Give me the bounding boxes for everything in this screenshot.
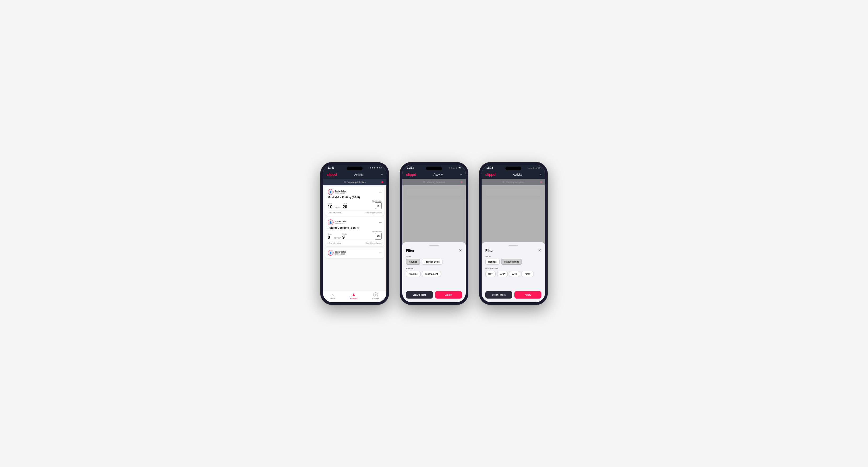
battery-icon-3: 93 xyxy=(538,166,540,169)
score-value-2: 0 xyxy=(328,235,332,240)
content-with-filter-3: ⚙ Viewing Activities xyxy=(482,179,545,302)
clear-filters-btn-2[interactable]: Clear Filters xyxy=(406,291,433,299)
signal-icon-2: ▲▲▲ xyxy=(448,166,455,169)
activity-card-2[interactable]: 👤 Josh Coles 28 Feb 2023 ••• Putting Com… xyxy=(325,217,384,246)
shots-value-1: 20 xyxy=(342,205,347,209)
wifi-icon-2: ▲ xyxy=(456,166,458,169)
show-label-3: Show xyxy=(485,255,541,257)
menu-icon-1[interactable]: ≡ xyxy=(381,173,383,176)
app-header-2: clippd Activity ≡ xyxy=(402,170,466,179)
sheet-footer-2: Clear Filters Apply xyxy=(406,291,462,299)
phone-3: 11:33 ▲▲▲ ▲ 93 clippd Activity ≡ xyxy=(479,162,548,305)
status-icons-2: ▲▲▲ ▲ 93 xyxy=(448,166,461,169)
nav-activities-1[interactable]: ♟ Activities xyxy=(350,293,358,299)
sheet-footer-3: Clear Filters Apply xyxy=(485,291,541,299)
out-of-1: OUT OF xyxy=(334,207,341,209)
content-area-1: 👤 Josh Coles 28 Feb 2023 ••• Must Make P… xyxy=(323,185,386,291)
avatar-1: 👤 xyxy=(328,189,334,195)
sq-badge-2: 45 xyxy=(375,233,382,240)
notification-dot-1 xyxy=(381,181,383,183)
home-icon-1: ⌂ xyxy=(332,293,334,297)
header-title-1: Activity xyxy=(354,173,363,176)
battery-icon: 93 xyxy=(379,166,382,169)
footer-info-2: ℹ Test Information xyxy=(328,242,341,244)
show-buttons-3: Rounds Practice Drills xyxy=(485,259,541,265)
nav-capture-1[interactable]: + Capture xyxy=(372,292,379,300)
drills-label-3: Practice Drills xyxy=(485,267,541,270)
user-date-3: 28 Feb 2023 xyxy=(335,253,346,255)
rounds-label-2: Rounds xyxy=(406,267,462,270)
app-header-3: clippd Activity ≡ xyxy=(482,170,545,179)
drills-type-buttons-3: OTT APP ARG PUTT xyxy=(485,271,541,277)
activity-card-3[interactable]: 👤 Josh Coles 28 Feb 2023 ••• xyxy=(325,248,384,258)
logo-3: clippd xyxy=(485,173,495,177)
app-header-1: clippd Activity ≡ xyxy=(323,170,386,179)
activities-label-1: Activities xyxy=(350,298,358,299)
more-dots-3[interactable]: ••• xyxy=(379,251,382,254)
apply-btn-3[interactable]: Apply xyxy=(515,291,541,299)
rounds-btn-2[interactable]: Rounds xyxy=(406,259,420,265)
status-icons-1: ▲▲▲ ▲ 93 xyxy=(369,166,382,169)
shots-value-2: 9 xyxy=(342,235,347,240)
filter-title-3: Filter xyxy=(485,249,494,253)
app-btn-3[interactable]: APP xyxy=(497,271,507,277)
sheet-header-2: Filter ✕ xyxy=(406,248,462,253)
avatar-2: 👤 xyxy=(328,219,334,225)
putt-btn-3[interactable]: PUTT xyxy=(522,271,533,277)
ott-btn-3[interactable]: OTT xyxy=(485,271,496,277)
close-button-2[interactable]: ✕ xyxy=(459,248,462,253)
card-title-1: Must Make Putting (3-6 ft) xyxy=(328,196,382,199)
clear-filters-btn-3[interactable]: Clear Filters xyxy=(485,291,512,299)
user-date-1: 28 Feb 2023 xyxy=(335,192,346,194)
show-buttons-2: Rounds Practice Drills xyxy=(406,259,462,265)
rounds-btn-3[interactable]: Rounds xyxy=(485,259,500,265)
footer-info-1: ℹ Test Information xyxy=(328,212,341,214)
user-name-1: Josh Coles xyxy=(335,190,346,192)
status-icons-3: ▲▲▲ ▲ 93 xyxy=(528,166,540,169)
more-dots-1[interactable]: ••• xyxy=(379,191,382,193)
capture-label-1: Capture xyxy=(372,298,379,300)
sheet-handle-2 xyxy=(429,245,439,246)
user-date-2: 28 Feb 2023 xyxy=(335,223,346,224)
card-footer-2: ℹ Test Information Data: Clippd Capture xyxy=(328,241,382,244)
filter-icon-1: ⚙ xyxy=(344,181,346,184)
screenshot-container: 11:33 ▲▲▲ ▲ 93 clippd Activity ≡ ⚙ xyxy=(304,146,564,321)
practice-drills-btn-3[interactable]: Practice Drills xyxy=(501,259,522,265)
menu-icon-3[interactable]: ≡ xyxy=(539,173,541,176)
sheet-header-3: Filter ✕ xyxy=(485,248,541,253)
signal-icon-3: ▲▲▲ xyxy=(528,166,534,169)
viewing-bar-1[interactable]: ⚙ Viewing Activities xyxy=(323,179,386,185)
nav-home-1[interactable]: ⌂ Home xyxy=(330,293,335,299)
more-dots-2[interactable]: ••• xyxy=(379,221,382,224)
card-footer-1: ℹ Test Information Data: Clippd Capture xyxy=(328,210,382,214)
score-label-2: Score xyxy=(328,233,332,235)
battery-icon-2: 93 xyxy=(459,166,461,169)
user-info-1: 👤 Josh Coles 28 Feb 2023 xyxy=(328,189,346,195)
status-time-3: 11:33 xyxy=(486,166,493,169)
header-title-3: Activity xyxy=(513,173,522,176)
bottom-nav-1: ⌂ Home ♟ Activities + Capture xyxy=(323,291,386,302)
wifi-icon-3: ▲ xyxy=(535,166,537,169)
activity-card-1[interactable]: 👤 Josh Coles 28 Feb 2023 ••• Must Make P… xyxy=(325,187,384,216)
status-time-1: 11:33 xyxy=(328,166,335,169)
capture-icon-1: + xyxy=(373,292,378,297)
signal-icon: ▲▲▲ xyxy=(369,166,376,169)
activities-icon-1: ♟ xyxy=(352,293,355,297)
practice-round-btn-2[interactable]: Practice xyxy=(406,271,421,277)
apply-btn-2[interactable]: Apply xyxy=(435,291,462,299)
close-button-3[interactable]: ✕ xyxy=(538,248,541,253)
practice-drills-btn-2[interactable]: Practice Drills xyxy=(422,259,443,265)
wifi-icon: ▲ xyxy=(376,166,378,169)
shots-label-1: Shots xyxy=(342,203,347,205)
score-value-1: 10 xyxy=(328,205,333,209)
header-title-2: Activity xyxy=(433,173,443,176)
logo-1: clippd xyxy=(327,173,337,177)
arg-btn-3[interactable]: ARG xyxy=(509,271,520,277)
sq-label-2: Shot Quality xyxy=(372,230,382,232)
sq-label-1: Shot Quality xyxy=(372,200,382,202)
menu-icon-2[interactable]: ≡ xyxy=(460,173,462,176)
sheet-handle-3 xyxy=(508,245,518,246)
tournament-btn-2[interactable]: Tournament xyxy=(422,271,441,277)
score-label-1: Score xyxy=(328,203,333,205)
avatar-3: 👤 xyxy=(328,250,334,256)
